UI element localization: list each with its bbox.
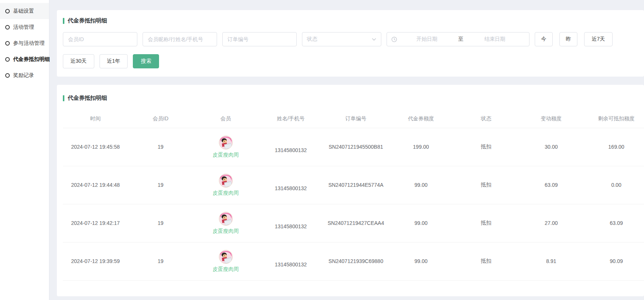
sidebar-item-label: 基础设置 [13,8,34,15]
end-date-placeholder: 结束日期 [465,36,525,43]
member-avatar [219,250,233,264]
cell-remaining: 90.09 [584,242,644,280]
circle-outline-icon [5,73,10,78]
column-header-name-phone: 姓名/手机号 [258,110,323,128]
column-header-status: 状态 [454,110,519,128]
cell-member: 皮蛋瘦肉周 [193,242,258,280]
cell-change-amount: 30.00 [519,128,584,166]
cell-change-amount: 63.09 [519,166,584,204]
circle-outline-icon [5,9,10,13]
filter-card: 代金券抵扣明细 状态 开始日期 至 结束日期 今 昨 近7天 [57,10,644,77]
member-avatar [219,174,233,188]
sidebar-item-label: 奖励记录 [13,72,34,79]
table-row: 2024-07-12 19:42:17 19 皮蛋瘦肉周 13145800132 [63,204,644,242]
table-header: 时间 会员ID 会员 姓名/手机号 订单编号 代金券额度 状态 变动额度 剩余可… [63,110,644,128]
member-name-link[interactable]: 皮蛋瘦肉周 [213,228,239,235]
member-avatar [219,212,233,226]
member-name-link[interactable]: 皮蛋瘦肉周 [213,152,239,158]
column-header-voucher-amount: 代金券额度 [388,110,454,128]
cell-time: 2024-07-12 19:42:17 [63,204,128,242]
cell-order-no: SN2407121944E5774A [323,166,388,204]
quick-range-yesterday-button[interactable]: 昨 [559,32,577,46]
column-header-member-id: 会员ID [128,110,193,128]
sidebar-item-participation-management[interactable]: 参与活动管理 [0,35,49,51]
cell-remaining: 169.00 [584,128,644,166]
cell-member-id: 19 [128,242,193,280]
filter-row-1: 状态 开始日期 至 结束日期 今 昨 近7天 [63,32,638,46]
sidebar: 基础设置 活动管理 参与活动管理 代金券抵扣明细 奖励记录 [0,0,49,300]
cell-change-amount: 27.00 [519,204,584,242]
member-name-link[interactable]: 皮蛋瘦肉周 [213,190,239,197]
filter-card-title: 代金券抵扣明细 [63,17,638,24]
quick-range-today-button[interactable]: 今 [535,32,553,46]
quick-range-30days-button[interactable]: 近30天 [63,54,94,68]
chevron-down-icon [372,37,376,42]
start-date-placeholder: 开始日期 [397,36,457,43]
cell-voucher-amount: 199.00 [388,128,454,166]
table-row: 2024-07-12 19:39:59 19 皮蛋瘦肉周 13145800132 [63,242,644,280]
sidebar-item-label: 参与活动管理 [13,40,45,47]
sidebar-item-basic-settings[interactable]: 基础设置 [0,3,49,19]
cell-member-id: 19 [128,166,193,204]
title-accent-bar [63,95,64,101]
table-card-title-text: 代金券抵扣明细 [68,95,107,102]
cell-status: 抵扣 [454,166,519,204]
cell-time: 2024-07-12 19:44:48 [63,166,128,204]
main-content: 代金券抵扣明细 状态 开始日期 至 结束日期 今 昨 近7天 [49,0,644,300]
quick-range-7days-button[interactable]: 近7天 [584,32,613,46]
circle-outline-icon [5,57,10,62]
sidebar-item-voucher-deduction-detail[interactable]: 代金券抵扣明细 [0,51,49,67]
cell-phone: 13145800132 [258,204,323,242]
cell-phone: 13145800132 [258,166,323,204]
clock-icon [391,37,397,42]
cell-status: 抵扣 [454,204,519,242]
cell-member-id: 19 [128,128,193,166]
filter-row-2: 近30天 近1年 搜索 [63,54,638,68]
cell-status: 抵扣 [454,242,519,280]
cell-remaining: 63.09 [584,204,644,242]
status-select[interactable]: 状态 [302,32,381,46]
date-range-separator: 至 [457,36,465,43]
column-header-order-no: 订单编号 [323,110,388,128]
cell-remaining: 0.00 [584,166,644,204]
quick-range-1year-button[interactable]: 近1年 [100,54,128,68]
filter-card-title-text: 代金券抵扣明细 [68,17,107,24]
cell-member: 皮蛋瘦肉周 [193,166,258,204]
cell-time: 2024-07-12 19:39:59 [63,242,128,280]
cell-order-no: SN24071219427CEAA4 [323,204,388,242]
column-header-time: 时间 [63,110,128,128]
sidebar-item-label: 活动管理 [13,24,34,31]
table-card-title: 代金券抵扣明细 [63,95,644,102]
search-button[interactable]: 搜索 [133,54,159,68]
sidebar-item-reward-records[interactable]: 奖励记录 [0,67,49,83]
member-nickname-input[interactable] [143,32,217,46]
cell-order-no: SN2407121939C69880 [323,242,388,280]
cell-voucher-amount: 99.00 [388,204,454,242]
sidebar-item-activity-management[interactable]: 活动管理 [0,19,49,35]
column-header-remaining: 剩余可抵扣额度 [584,110,644,128]
cell-phone: 13145800132 [258,242,323,280]
cell-time: 2024-07-12 19:45:58 [63,128,128,166]
cell-member: 皮蛋瘦肉周 [193,204,258,242]
order-number-input[interactable] [222,32,297,46]
column-header-member: 会员 [193,110,258,128]
member-name-link[interactable]: 皮蛋瘦肉周 [213,266,239,273]
app-root: 基础设置 活动管理 参与活动管理 代金券抵扣明细 奖励记录 代金券抵扣明细 [0,0,644,300]
member-id-input[interactable] [63,32,137,46]
cell-member-id: 19 [128,204,193,242]
cell-change-amount: 8.91 [519,242,584,280]
title-accent-bar [63,18,64,24]
status-select-placeholder: 状态 [307,36,317,43]
circle-outline-icon [5,25,10,30]
table-card: 代金券抵扣明细 时间 会员ID 会员 姓名/手机号 订单编号 代金券额度 状态 … [57,85,644,296]
cell-member: 皮蛋瘦肉周 [193,128,258,166]
sidebar-item-label: 代金券抵扣明细 [13,56,50,63]
table-row: 2024-07-12 19:44:48 19 皮蛋瘦肉周 13145800132 [63,166,644,204]
cell-order-no: SN2407121945500B81 [323,128,388,166]
cell-status: 抵扣 [454,128,519,166]
cell-phone: 13145800132 [258,128,323,166]
column-header-change-amount: 变动额度 [519,110,584,128]
cell-voucher-amount: 99.00 [388,166,454,204]
deduction-table: 时间 会员ID 会员 姓名/手机号 订单编号 代金券额度 状态 变动额度 剩余可… [63,110,644,281]
date-range-picker[interactable]: 开始日期 至 结束日期 [387,32,529,46]
